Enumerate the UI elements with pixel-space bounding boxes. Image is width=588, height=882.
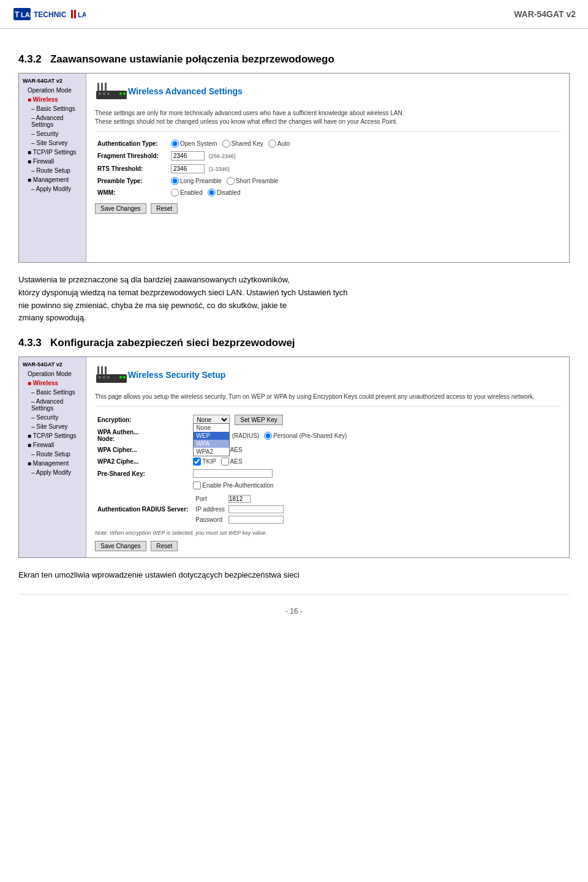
- sidebar-item-wireless[interactable]: ■ Wireless: [19, 95, 86, 104]
- panel-title-2: Wireless Security Setup: [128, 370, 225, 380]
- sidebar-item-firewall[interactable]: ■ Firewall: [19, 157, 86, 166]
- svg-rect-20: [119, 376, 122, 379]
- radius-label: Authentication RADIUS Server:: [95, 491, 190, 527]
- sidebar-2-operation-mode[interactable]: Operation Mode: [19, 369, 86, 379]
- option-none[interactable]: None: [194, 424, 229, 432]
- para3: nie powinno się zmieniać, chyba że ma si…: [18, 301, 287, 310]
- radius-port-row: Port: [194, 494, 285, 503]
- svg-rect-21: [123, 376, 126, 379]
- wpa-auth-value: Enterprise (RADIUS) Personal (Pre-Shared…: [190, 427, 560, 444]
- svg-rect-10: [107, 92, 110, 95]
- wpa-cipher-value: TKIP AES: [190, 444, 560, 456]
- sidebar-2-advanced[interactable]: – Advanced Settings: [19, 397, 86, 413]
- auth-open-label: Open System: [180, 140, 217, 147]
- svg-text:LAN: LAN: [21, 11, 35, 18]
- svg-rect-23: [101, 366, 103, 375]
- sidebar-2-apply[interactable]: – Apply Modify: [19, 468, 86, 477]
- option-wep[interactable]: WEP: [194, 432, 229, 440]
- footer-text: Ekran ten umożliwia wprowadzenie ustawie…: [18, 570, 300, 579]
- save-changes-button-1[interactable]: Save Changes: [95, 203, 146, 214]
- svg-rect-17: [99, 376, 101, 379]
- para2: którzy dysponują wiedzą na temat bezprze…: [18, 288, 296, 297]
- encryption-dropdown[interactable]: None WEP WPA WPA2 None WEP WPA WPA2: [193, 415, 230, 425]
- sidebar-2-survey[interactable]: – Site Survey: [19, 422, 86, 431]
- preauth-value: Enable Pre-Authentication: [190, 480, 560, 491]
- sidebar-item-apply[interactable]: – Apply Modify: [19, 184, 86, 194]
- sidebar-item-management[interactable]: ■ Management: [19, 175, 86, 184]
- radius-row: Authentication RADIUS Server: Port IP ad…: [95, 491, 560, 527]
- sidebar-item-route[interactable]: – Route Setup: [19, 166, 86, 175]
- section-432-title: 4.3.2 Zaawansowane ustawianie połączenia…: [18, 53, 570, 66]
- option-wpa[interactable]: WPA: [194, 440, 229, 448]
- svg-rect-5: [74, 10, 76, 18]
- option-wpa2[interactable]: WPA2: [194, 448, 229, 456]
- advanced-form-table: Authentication Type: Open System Shared …: [95, 138, 560, 198]
- reset-button-1[interactable]: Reset: [151, 203, 178, 214]
- preamble-long[interactable]: Long Preamble: [171, 177, 222, 185]
- sidebar-item-security[interactable]: – Security: [19, 129, 86, 138]
- sidebar-item-operation-mode[interactable]: Operation Mode: [19, 86, 86, 95]
- sidebar-item-advanced[interactable]: – Advanced Settings: [19, 113, 86, 129]
- sidebar-2-security[interactable]: – Security: [19, 413, 86, 422]
- wpa2-aes[interactable]: AES: [221, 458, 243, 466]
- para3a: Ustawień tych: [298, 288, 348, 297]
- panel-description-1: These settings are only for more technic…: [95, 109, 560, 132]
- sidebar-item-survey[interactable]: – Site Survey: [19, 138, 86, 148]
- wmm-enabled[interactable]: Enabled: [171, 189, 203, 197]
- set-wep-key-button[interactable]: Set WEP Key: [235, 415, 282, 425]
- sidebar-2: WAR-54GAT v2 Operation Mode ■ Wireless –…: [19, 357, 86, 557]
- sidebar-item-tcpip[interactable]: ■ TCP/IP Settings: [19, 148, 86, 157]
- section-432-text: Zaawansowane ustawianie połączenia bezpr…: [50, 53, 334, 65]
- sidebar-2-basic[interactable]: – Basic Settings: [19, 388, 86, 397]
- save-changes-button-2[interactable]: Save Changes: [95, 541, 146, 551]
- panel-header-2: Wireless Security Setup: [95, 363, 560, 386]
- advanced-buttons: Save Changes Reset: [95, 203, 560, 214]
- fragment-input[interactable]: [171, 151, 205, 160]
- security-settings-screenshot: WAR-54GAT v2 Operation Mode ■ Wireless –…: [18, 356, 570, 558]
- rts-value: (1-2346): [168, 162, 560, 175]
- radius-value: Port IP address Password: [190, 491, 560, 527]
- sidebar-2-firewall[interactable]: ■ Firewall: [19, 440, 86, 450]
- rts-label: RTS Threshold:: [95, 162, 168, 175]
- radius-password-input[interactable]: [228, 516, 284, 524]
- radius-table: Port IP address Password: [193, 493, 286, 526]
- sidebar-2-management[interactable]: ■ Management: [19, 459, 86, 468]
- para1: Ustawienia te przeznaczone są dla bardzi…: [18, 275, 290, 284]
- preshared-input[interactable]: [193, 469, 273, 478]
- sidebar-2-route[interactable]: – Route Setup: [19, 450, 86, 459]
- security-buttons: Save Changes Reset: [95, 541, 560, 551]
- reset-button-2[interactable]: Reset: [151, 541, 178, 551]
- preamble-short[interactable]: Short Preamble: [227, 177, 278, 185]
- wpa2-tkip[interactable]: TKIP: [193, 458, 216, 466]
- auth-shared-key[interactable]: Shared Key: [222, 140, 263, 148]
- auth-auto[interactable]: Auto: [268, 140, 290, 148]
- section-433-text: Konfiguracja zabezpieczeń sieci bezprzew…: [50, 337, 295, 349]
- sidebar-item-basic[interactable]: – Basic Settings: [19, 104, 86, 113]
- preamble-label: Preamble Type:: [95, 175, 168, 187]
- auth-open-system[interactable]: Open System: [171, 140, 217, 148]
- radius-ip-label: IP address: [194, 505, 226, 514]
- wpa-auth-row: WPA Authen...Node: Enterprise (RADIUS) P…: [95, 427, 560, 444]
- encryption-value: None WEP WPA WPA2 None WEP WPA WPA2: [190, 413, 560, 427]
- auth-label: Authentication Type:: [95, 138, 168, 149]
- sidebar-2-wireless[interactable]: ■ Wireless: [19, 379, 86, 388]
- auth-type-row: Authentication Type: Open System Shared …: [95, 138, 560, 149]
- svg-rect-4: [71, 10, 73, 18]
- wpa-cipher-label: WPA Cipher...: [95, 444, 190, 456]
- wmm-disabled[interactable]: Disabled: [208, 189, 241, 197]
- page-header: T LAN TECHNIC LAN WAR-54GAT v2: [0, 0, 588, 29]
- section-433-title: 4.3.3 Konfiguracja zabezpieczeń sieci be…: [18, 337, 570, 349]
- encryption-label: Encryption:: [95, 413, 190, 427]
- section-433-number: 4.3.3: [18, 337, 42, 349]
- sidebar-1: WAR-54GAT v2 Operation Mode ■ Wireless –…: [19, 74, 86, 262]
- enable-preauth-checkbox[interactable]: Enable Pre-Authentication: [193, 481, 558, 489]
- wpa-personal[interactable]: Personal (Pre-Shared Key): [264, 432, 347, 440]
- svg-rect-14: [101, 83, 103, 91]
- rts-input[interactable]: [171, 164, 205, 173]
- radius-port-input[interactable]: [228, 495, 251, 503]
- wpa2-cipher-label: WPA2 Ciphe...: [95, 456, 190, 467]
- svg-rect-7: [96, 91, 127, 99]
- sidebar-2-tcpip[interactable]: ■ TCP/IP Settings: [19, 431, 86, 440]
- section-432-number: 4.3.2: [18, 53, 42, 65]
- radius-ip-input[interactable]: [228, 505, 284, 513]
